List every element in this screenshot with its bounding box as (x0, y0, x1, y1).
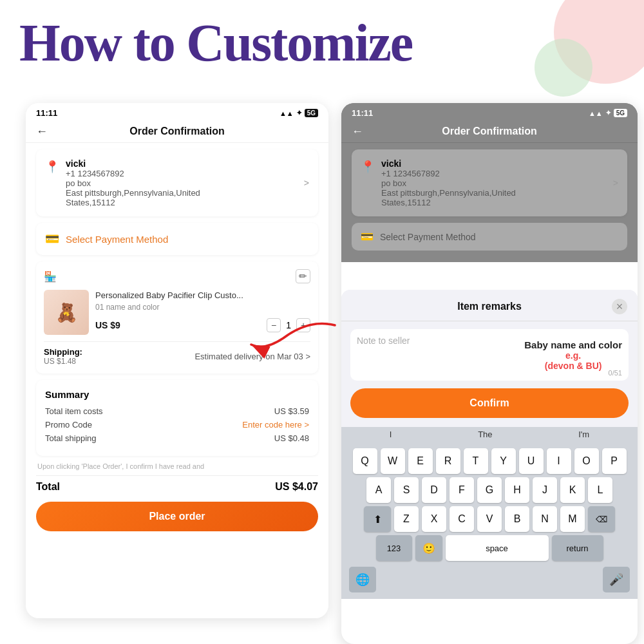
item-remarks-modal: Item remarks × Note to seller Baby name … (341, 290, 638, 599)
key-s[interactable]: S (394, 477, 419, 503)
key-y[interactable]: Y (491, 448, 516, 474)
instruction-eg: e.g. (524, 350, 622, 361)
right-payment-icon: 💳 (361, 231, 374, 243)
key-a[interactable]: A (366, 477, 391, 503)
annotation-arrow (219, 312, 361, 364)
shop-icon: 🏪 (44, 270, 57, 283)
signal-icon: ▲▲ (279, 109, 294, 117)
right-payment-text: Select Payment Method (380, 232, 476, 242)
edit-icon[interactable]: ✏ (296, 269, 310, 283)
right-nav-title: Order Confirmation (442, 126, 537, 137)
keyboard: Q W E R T Y U I O P A S D F G H J K L ⬆ … (341, 444, 638, 599)
payment-text[interactable]: Select Payment Method (66, 234, 168, 245)
wifi-icon: ✦ (296, 109, 302, 117)
promo-value[interactable]: Enter code here > (242, 420, 309, 430)
address-name: vicki (66, 158, 298, 169)
right-address-arrow[interactable]: > (613, 178, 618, 188)
right-phone-dark-section: 11:11 ▲▲ ✦ 5G ← Order Confirmation 📍 vic… (341, 103, 638, 262)
key-e[interactable]: E (408, 448, 433, 474)
right-location-icon: 📍 (361, 160, 375, 174)
key-j[interactable]: J (533, 477, 557, 503)
summary-title: Summary (45, 389, 309, 400)
right-time: 11:11 (352, 108, 373, 118)
summary-promo-row[interactable]: Promo Code Enter code here > (45, 420, 309, 430)
right-back-button[interactable]: ← (352, 125, 363, 138)
payment-card[interactable]: 💳 Select Payment Method (36, 223, 318, 255)
summary-card: Summary Total item costs US $3.59 Promo … (36, 380, 318, 456)
key-l[interactable]: L (588, 477, 612, 503)
key-g[interactable]: G (477, 477, 502, 503)
key-h[interactable]: H (505, 477, 529, 503)
key-b[interactable]: B (505, 506, 529, 532)
page-title: How to Customize (19, 13, 412, 73)
key-emoji[interactable]: 🙂 (415, 535, 442, 561)
summary-shipping-row: Total shipping US $0.48 (45, 433, 309, 443)
item-cost-value: US $3.59 (274, 406, 309, 416)
right-address-line1: po box (381, 178, 607, 188)
confirm-button[interactable]: Confirm (350, 388, 629, 418)
key-t[interactable]: T (464, 448, 488, 474)
suggestion-the[interactable]: The (478, 430, 492, 439)
product-name: Personalized Baby Pacifier Clip Custo... (95, 290, 310, 301)
footer-note: Upon clicking 'Place Order', I confirm I… (36, 462, 318, 470)
key-i[interactable]: I (547, 448, 571, 474)
note-input-container: Note to seller Baby name and color e.g. … (350, 329, 629, 381)
instruction-bold: Baby name and color (524, 339, 622, 350)
key-u[interactable]: U (519, 448, 544, 474)
modal-close-button[interactable]: × (612, 299, 627, 314)
key-numbers[interactable]: 123 (376, 535, 412, 561)
shipping-total-label: Total shipping (45, 433, 97, 443)
summary-item-cost-row: Total item costs US $3.59 (45, 406, 309, 416)
key-w[interactable]: W (381, 448, 405, 474)
battery-icon: 5G (305, 109, 318, 117)
suggestion-im[interactable]: I'm (578, 430, 589, 439)
address-arrow[interactable]: > (304, 178, 309, 188)
note-instructions: Baby name and color e.g. (devon & BU) (524, 339, 622, 371)
key-shift[interactable]: ⬆ (364, 506, 391, 532)
item-cost-label: Total item costs (45, 406, 103, 416)
key-x[interactable]: X (422, 506, 446, 532)
shipping-total-value: US $0.48 (274, 433, 309, 443)
key-mic[interactable]: 🎤 (603, 567, 630, 592)
right-wifi-icon: ✦ (605, 109, 611, 117)
key-globe[interactable]: 🌐 (349, 567, 376, 592)
key-m[interactable]: M (560, 506, 585, 532)
keyboard-row-2: A S D F G H J K L (344, 477, 635, 503)
keyboard-row-bottom: 123 🙂 space return (344, 535, 635, 561)
place-order-button[interactable]: Place order (36, 502, 318, 531)
suggestion-i[interactable]: I (390, 430, 392, 439)
left-back-button[interactable]: ← (36, 125, 48, 138)
right-address-card: 📍 vicki +1 1234567892 po box East pittsb… (352, 149, 627, 216)
keyboard-extras-row: 🌐 🎤 (344, 564, 635, 596)
key-k[interactable]: K (560, 477, 585, 503)
keyboard-row-1: Q W E R T Y U I O P (344, 448, 635, 474)
key-delete[interactable]: ⌫ (588, 506, 615, 532)
total-value: US $4.07 (275, 481, 318, 493)
location-icon: 📍 (45, 160, 59, 174)
key-o[interactable]: O (574, 448, 599, 474)
right-address-line2: East pittsburgh,Pennsylvania,United (381, 188, 607, 198)
right-address-line3: States,15112 (381, 198, 607, 207)
key-p[interactable]: P (602, 448, 627, 474)
keyboard-row-3: ⬆ Z X C V B N M ⌫ (344, 506, 635, 532)
key-d[interactable]: D (422, 477, 446, 503)
instruction-example: (devon & BU) (524, 361, 622, 371)
key-return[interactable]: return (552, 535, 603, 561)
key-r[interactable]: R (436, 448, 460, 474)
shipping-cost: US $1.48 (44, 357, 82, 366)
right-battery-icon: 5G (614, 109, 627, 117)
left-nav-bar: ← Order Confirmation (26, 120, 328, 143)
key-z[interactable]: Z (394, 506, 419, 532)
key-v[interactable]: V (477, 506, 502, 532)
char-count: 0/51 (609, 369, 622, 377)
key-f[interactable]: F (450, 477, 474, 503)
right-signal-icon: ▲▲ (589, 109, 603, 117)
address-line3: States,15112 (66, 198, 298, 207)
key-n[interactable]: N (533, 506, 557, 532)
address-card[interactable]: 📍 vicki +1 1234567892 po box East pittsb… (36, 149, 318, 216)
key-q[interactable]: Q (353, 448, 377, 474)
key-c[interactable]: C (450, 506, 474, 532)
left-time: 11:11 (36, 108, 57, 118)
key-space[interactable]: space (446, 535, 549, 561)
right-address-info: vicki +1 1234567892 po box East pittsbur… (381, 158, 607, 207)
